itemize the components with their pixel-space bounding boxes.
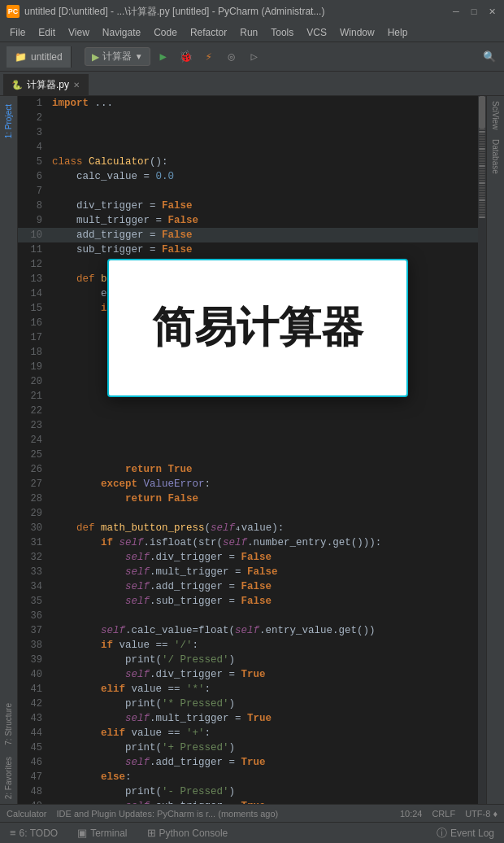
search-button[interactable]: 🔍 — [481, 49, 497, 65]
line-content[interactable]: div_trigger = False — [49, 199, 478, 213]
line-number: 8 — [18, 199, 49, 213]
line-content[interactable]: if value == '/': — [49, 638, 478, 653]
line-content[interactable]: calc_value = 0.0 — [49, 169, 478, 184]
line-content[interactable]: self.div_trigger = False — [49, 550, 478, 565]
menu-item-tools[interactable]: Tools — [264, 25, 300, 40]
line-number: 41 — [18, 682, 49, 697]
status-bar: Calculator IDE and Plugin Updates: PyCha… — [0, 804, 504, 822]
line-number: 36 — [18, 609, 49, 623]
run-button[interactable]: ▶ — [154, 47, 173, 67]
code-line: 11 sub_trigger = False — [18, 242, 478, 257]
line-content[interactable]: elif value == '*': — [49, 682, 478, 697]
sidebar-item-favorites[interactable]: 2: Favorites — [2, 752, 15, 804]
menu-item-navigate[interactable]: Navigate — [96, 25, 147, 40]
code-line: 46 self.add_trigger = True — [18, 755, 478, 770]
menu-item-file[interactable]: File — [3, 25, 32, 40]
code-line: 10 add_trigger = False — [18, 228, 478, 242]
line-content[interactable]: self.mult_trigger = False — [49, 565, 478, 579]
popup-overlay: 简易计算器 — [107, 259, 408, 397]
line-number: 32 — [18, 550, 49, 565]
close-button[interactable]: ✕ — [486, 6, 497, 17]
mini-scrollbar[interactable] — [478, 96, 486, 804]
line-content[interactable]: add_trigger = False — [49, 228, 478, 242]
line-number: 20 — [18, 374, 49, 389]
line-content[interactable]: except ValueError: — [49, 477, 478, 491]
python-console-button[interactable]: ⊞ Python Console — [144, 825, 232, 841]
code-line: 26 return True — [18, 462, 478, 477]
profile-button[interactable]: ⚡ — [199, 47, 219, 67]
line-content[interactable]: print('+ Pressed') — [49, 740, 478, 755]
python-console-icon: ⊞ — [147, 827, 156, 839]
python-console-label: Python Console — [159, 828, 228, 839]
line-number: 27 — [18, 477, 49, 491]
sidebar-item-project[interactable]: 1: Project — [2, 99, 15, 143]
code-editor[interactable]: 1import ...2345class Calculator():6 calc… — [18, 96, 478, 804]
line-content[interactable]: self.add_trigger = False — [49, 579, 478, 594]
run-config-button[interactable]: ▷ — [245, 47, 264, 67]
line-content[interactable]: elif value == '+': — [49, 726, 478, 740]
line-content[interactable]: return False — [49, 491, 478, 506]
line-number: 1 — [18, 96, 49, 111]
line-number: 18 — [18, 345, 49, 360]
menu-item-help[interactable]: Help — [381, 25, 415, 40]
coverage-button[interactable]: ◎ — [222, 47, 241, 67]
line-content[interactable]: self.calc_value=float(self.entry_value.g… — [49, 623, 478, 638]
line-number: 29 — [18, 506, 49, 521]
line-content[interactable]: if self.isfloat(str(self.number_entry.ge… — [49, 535, 478, 550]
line-number: 40 — [18, 667, 49, 682]
event-log-icon: ⓘ — [437, 826, 447, 841]
code-line: 29 — [18, 506, 478, 521]
line-number: 5 — [18, 155, 49, 169]
code-line: 5class Calculator(): — [18, 155, 478, 169]
window-controls[interactable]: ─ □ ✕ — [450, 6, 497, 17]
close-tab-icon[interactable]: ✕ — [73, 81, 80, 90]
terminal-label: Terminal — [90, 828, 127, 839]
code-line: 42 print('* Pressed') — [18, 697, 478, 711]
menu-item-edit[interactable]: Edit — [32, 25, 62, 40]
scroll-thumb[interactable] — [479, 96, 485, 129]
project-tab[interactable]: 📁 untitled — [7, 46, 72, 68]
line-content[interactable]: class Calculator(): — [49, 155, 478, 169]
file-tab-active[interactable]: 🐍 计算器.py ✕ — [3, 74, 89, 95]
code-line: 25 — [18, 448, 478, 462]
line-content[interactable]: import ... — [49, 96, 478, 111]
code-line: 8 div_trigger = False — [18, 199, 478, 213]
line-number: 14 — [18, 286, 49, 301]
menu-item-run[interactable]: Run — [233, 25, 264, 40]
debug-button[interactable]: 🐞 — [176, 47, 196, 67]
line-content[interactable]: self.sub_trigger = True — [49, 799, 478, 804]
sidebar-item-structure[interactable]: 7: Structure — [2, 698, 15, 750]
menu-item-vcs[interactable]: VCS — [300, 25, 333, 40]
line-content[interactable]: self.sub_trigger = False — [49, 594, 478, 609]
line-content[interactable]: def math_button_press(self₄value): — [49, 521, 478, 535]
menu-item-view[interactable]: View — [62, 25, 96, 40]
line-content[interactable]: mult_trigger = False — [49, 213, 478, 228]
terminal-button[interactable]: ▣ Terminal — [74, 825, 130, 841]
todo-panel-button[interactable]: ≡ 6: TODO — [7, 825, 61, 841]
line-number: 45 — [18, 740, 49, 755]
sidebar-item-database[interactable]: Database — [489, 134, 502, 179]
line-content[interactable]: sub_trigger = False — [49, 242, 478, 257]
event-log-button[interactable]: ⓘ Event Log — [433, 824, 497, 842]
line-number: 22 — [18, 404, 49, 418]
line-content[interactable]: self.div_trigger = True — [49, 667, 478, 682]
line-content[interactable]: print('* Pressed') — [49, 697, 478, 711]
menu-item-code[interactable]: Code — [147, 25, 184, 40]
line-content[interactable]: self.mult_trigger = True — [49, 711, 478, 726]
line-content[interactable]: print('/ Pressed') — [49, 653, 478, 667]
line-content[interactable]: print('- Pressed') — [49, 784, 478, 799]
line-content[interactable]: self.add_trigger = True — [49, 755, 478, 770]
menu-item-refactor[interactable]: Refactor — [184, 25, 233, 40]
sidebar-item-sciview[interactable]: SciView — [489, 96, 502, 134]
line-content[interactable]: else: — [49, 770, 478, 784]
minimize-button[interactable]: ─ — [450, 6, 462, 17]
code-line: 23 — [18, 418, 478, 433]
code-line: 47 else: — [18, 770, 478, 784]
maximize-button[interactable]: □ — [468, 6, 480, 17]
line-number: 28 — [18, 491, 49, 506]
line-number: 39 — [18, 653, 49, 667]
menu-item-window[interactable]: Window — [333, 25, 381, 40]
tab-bar: 🐍 计算器.py ✕ — [0, 72, 504, 96]
line-content[interactable]: return True — [49, 462, 478, 477]
run-config-breadcrumb[interactable]: ▶ 计算器 ▼ — [85, 47, 150, 66]
